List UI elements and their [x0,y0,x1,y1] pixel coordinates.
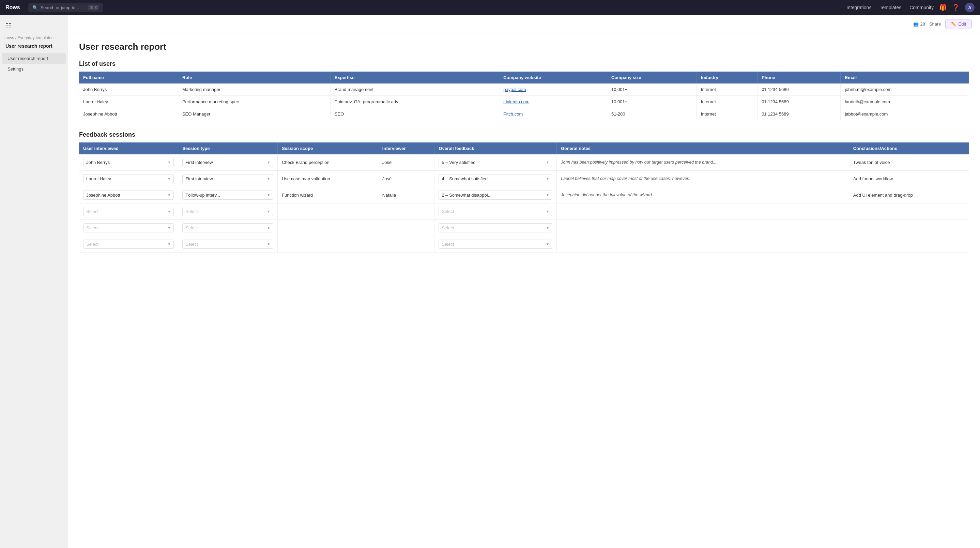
user-fullname: Josephine Abbott [79,108,178,120]
feedback-session-type[interactable]: Select▼ [178,236,278,253]
feedback-interviewer [378,204,434,220]
feedback-overall[interactable]: Select▼ [434,204,557,220]
feedback-overall[interactable]: Select▼ [434,220,557,236]
user-website[interactable]: paypal.com [499,83,607,96]
feedback-notes [557,204,849,220]
feedback-interviewer: José [378,155,434,171]
breadcrumb: rows / Everyday templates [0,33,68,41]
user-email: laurielh@example.com [841,96,969,108]
feedback-table-row: Select▼ Select▼ Select▼ [79,204,969,220]
feedback-conclusions: Add funnel workflow [849,171,969,187]
breadcrumb-sub: Everyday templates [18,35,53,40]
edit-button[interactable]: ✏️ Edit [945,19,972,29]
user-avatar[interactable]: A [965,3,975,12]
feedback-user[interactable]: Select▼ [79,204,178,220]
user-compsize: 10,001+ [607,96,697,108]
col-phone: Phone [757,72,841,83]
feedback-session-type[interactable]: Select▼ [178,204,278,220]
brand-logo[interactable]: Rows [5,5,20,11]
topnav-links: Integrations Templates Community [846,5,934,10]
search-placeholder: Search or jump to... [41,5,79,10]
feedback-scope [278,236,378,253]
feedback-table-row: Laurel Haley▼ First interview▼ Use case … [79,171,969,187]
feedback-notes [557,220,849,236]
feedback-user[interactable]: John Berrys▼ [79,155,178,171]
help-icon[interactable]: ❓ [952,4,959,11]
user-website[interactable]: Pitch.com [499,108,607,120]
feedback-session-type[interactable]: Follow-up interv...▼ [178,187,278,204]
community-link[interactable]: Community [910,5,934,10]
user-role: Marketing manager [178,83,330,96]
feedback-user[interactable]: Select▼ [79,220,178,236]
feedback-conclusions: Tweak ton of voice [849,155,969,171]
feedback-user[interactable]: Select▼ [79,236,178,253]
gift-icon[interactable]: 🎁 [939,4,947,11]
sidebar: ☷ rows / Everyday templates User researc… [0,15,68,548]
feedback-interviewer: José [378,171,434,187]
feedback-scope: Check Brand perception [278,155,378,171]
feedback-table: User interviewed Session type Session sc… [79,142,969,253]
feedback-table-row: Select▼ Select▼ Select▼ [79,236,969,253]
feedback-notes [557,236,849,253]
main-header: 👥 28 Share ✏️ Edit [68,15,980,33]
user-website[interactable]: Linkedin.com [499,96,607,108]
feedback-conclusions [849,220,969,236]
sidebar-item-settings[interactable]: Settings [2,64,66,74]
feedback-overall[interactable]: 5 – Very satisfied▼ [434,155,557,171]
user-phone: 01 1234 5689 [757,96,841,108]
feedback-session-type[interactable]: First interview▼ [178,155,278,171]
main-content: 👥 28 Share ✏️ Edit User research report … [68,15,980,548]
feedback-table-row: Select▼ Select▼ Select▼ [79,220,969,236]
feedback-user[interactable]: Josephine Abbott▼ [79,187,178,204]
col-overall-feedback: Overall feedback [434,142,557,155]
feedback-overall[interactable]: 2 – Somewhat disappoi...▼ [434,187,557,204]
users-count-number: 28 [920,21,925,27]
user-email: jabbot@example.com [841,108,969,120]
col-interviewer: Interviewer [378,142,434,155]
user-role: Performance marketing spec [178,96,330,108]
list-section-title: List of users [79,61,969,67]
share-button[interactable]: Share [929,21,941,27]
feedback-notes: Lauriel believes that our map cover most… [557,171,849,187]
integrations-link[interactable]: Integrations [846,5,871,10]
edit-icon: ✏️ [951,21,956,27]
col-session-type: Session type [178,142,278,155]
col-user-interviewed: User interviewed [79,142,178,155]
edit-label: Edit [959,21,966,27]
breadcrumb-root[interactable]: rows [5,35,14,40]
feedback-conclusions: Add UI element and drag-drop [849,187,969,204]
user-phone: 01 1234 5689 [757,83,841,96]
page-content: User research report List of users Full … [68,33,980,272]
user-table-row: John Berrys Marketing manager Brand mana… [79,83,969,96]
search-icon: 🔍 [32,5,38,10]
user-expertise: Brand management [330,83,499,96]
feedback-overall[interactable]: 4 – Somewhat satisfied▼ [434,171,557,187]
user-email: johnb.m@example.com [841,83,969,96]
user-industry: Internet [697,96,757,108]
sidebar-item-user-research[interactable]: User research report [2,53,66,64]
search-bar[interactable]: 🔍 Search or jump to... ⌘ K [28,3,103,12]
templates-link[interactable]: Templates [880,5,901,10]
feedback-overall[interactable]: Select▼ [434,236,557,253]
feedback-interviewer [378,220,434,236]
users-table: Full name Role Expertise Company website… [79,72,969,120]
users-icon: 👥 [913,21,919,27]
feedback-interviewer: Natalia [378,187,434,204]
feedback-scope [278,220,378,236]
feedback-notes: John has been positively impressed by ho… [557,155,849,171]
grid-icon[interactable]: ☷ [0,19,68,33]
user-fullname: Laurel Haley [79,96,178,108]
feedback-session-type[interactable]: First interview▼ [178,171,278,187]
feedback-user[interactable]: Laurel Haley▼ [79,171,178,187]
user-expertise: SEO [330,108,499,120]
user-phone: 01 1234 5689 [757,108,841,120]
user-fullname: John Berrys [79,83,178,96]
col-general-notes: General notes [557,142,849,155]
feedback-notes: Josephine did not get the full value of … [557,187,849,204]
users-count: 👥 28 [913,21,925,27]
user-expertise: Paid adv, GA, programmatic adv [330,96,499,108]
feedback-conclusions [849,236,969,253]
feedback-interviewer [378,236,434,253]
feedback-session-type[interactable]: Select▼ [178,220,278,236]
col-session-scope: Session scope [278,142,378,155]
